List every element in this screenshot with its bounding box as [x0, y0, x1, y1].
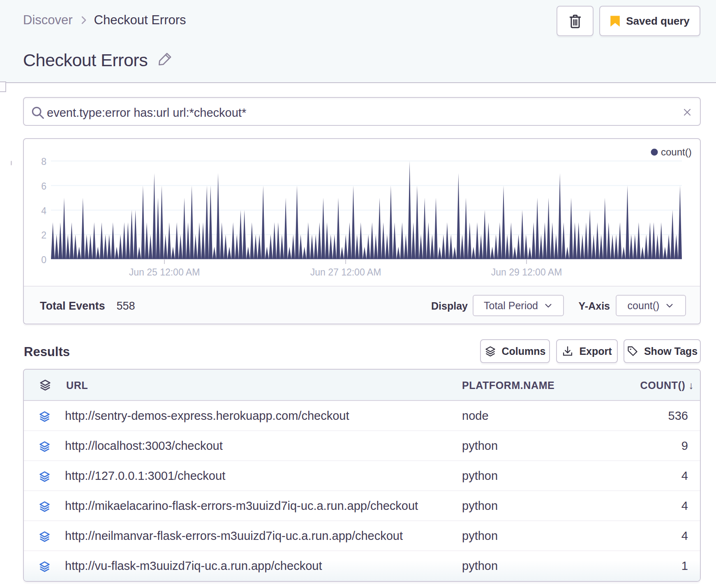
svg-text:8: 8: [41, 156, 46, 167]
svg-text:6: 6: [41, 181, 46, 192]
svg-text:count(): count(): [661, 146, 692, 157]
svg-text:4: 4: [41, 206, 46, 216]
svg-text:Jun 29 12:00 AM: Jun 29 12:00 AM: [491, 267, 562, 278]
svg-text:Jun 27 12:00 AM: Jun 27 12:00 AM: [310, 267, 381, 278]
svg-text:0: 0: [41, 255, 46, 265]
svg-text:2: 2: [41, 230, 46, 241]
svg-text:Jun 25 12:00 AM: Jun 25 12:00 AM: [129, 267, 200, 278]
